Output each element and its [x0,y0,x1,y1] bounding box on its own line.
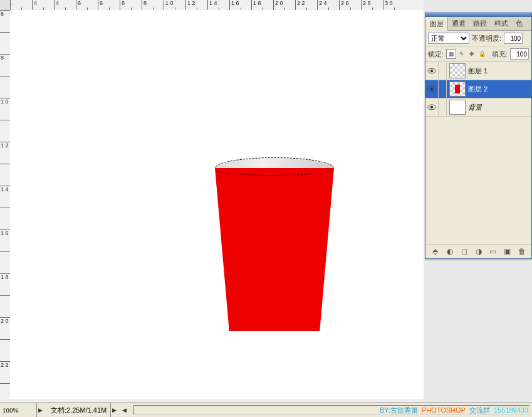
lock-fill-row: 锁定: ▦ ✎ ✥ 🔒 填充: [425,46,531,62]
layer-visibility-icon[interactable] [425,98,439,116]
layer-name-label[interactable]: 图层 1 [468,66,488,76]
cup-body-fill [215,168,334,331]
tab-styles[interactable]: 样式 [491,17,512,30]
ruler-horizontal[interactable]: .4466881 01 21 41 61 82 02 22 42 62 83 0 [10,0,424,11]
svg-point-1 [430,70,433,72]
lock-brush-icon[interactable]: ✎ [457,50,466,58]
ruler-tick: 4 [32,0,54,10]
ruler-tick: 2 2 [295,0,317,10]
ruler-tick: 1 4 [207,0,229,10]
ruler-tick [0,32,10,54]
layer-link-slot[interactable] [439,62,447,80]
tab-color[interactable]: 色 [512,17,526,30]
doc-info[interactable]: 文档: 2.25M/1.41M [47,403,111,417]
ruler-tick: 2 2 [0,361,10,383]
layer-group-icon[interactable]: ▭ [488,247,498,256]
credit-num: 155189433 [494,406,528,414]
cup-rim-selection [215,164,334,176]
panel-footer: ⬘ ◐ ◻ ◑ ▭ ▣ 🗑 [425,244,531,258]
panel-tabs: 图层 通道 路径 样式 色 [425,17,531,31]
lock-transparency-icon[interactable]: ▦ [446,49,456,59]
ruler-tick: 1 2 [185,0,207,10]
fill-label: 填充: [492,50,508,59]
ruler-origin[interactable] [0,0,11,11]
scroll-left-icon[interactable]: ◀ [121,407,131,413]
layer-thumbnail[interactable] [449,100,466,115]
ruler-tick [0,295,10,317]
delete-layer-icon[interactable]: 🗑 [517,247,527,256]
ruler-tick: 1 4 [0,186,10,208]
ruler-tick: 6 [76,0,98,10]
tab-paths[interactable]: 路径 [469,17,491,30]
ruler-tick: 2 0 [0,317,10,339]
tab-layers[interactable]: 图层 [425,17,448,31]
ruler-tick: 2 0 [273,0,295,10]
svg-point-5 [430,106,433,108]
credit-text: BY:古欲香箫 PHOTOSHOP 交流群 155189433 [380,403,528,417]
ruler-tick: 1 2 [0,142,10,164]
blend-mode-select[interactable]: 正常 [428,33,469,44]
status-bar: 100% ▶ 文档: 2.25M/1.41M ▶ ◀ BY:古欲香箫 PHOTO… [0,403,532,417]
layer-name-label[interactable]: 图层 2 [468,85,488,94]
ruler-tick [0,120,10,142]
layer-thumbnail[interactable] [449,63,466,78]
lock-icons: ▦ ✎ ✥ 🔒 [446,49,486,59]
ruler-tick: 2 4 [317,0,339,10]
ruler-tick: 6 [0,10,10,32]
ruler-tick [0,251,10,273]
ruler-tick [0,208,10,230]
layer-mask-icon[interactable]: ◻ [459,247,469,256]
opacity-label: 不透明度: [472,34,501,43]
lock-move-icon[interactable]: ✥ [467,50,476,58]
ruler-tick [0,76,10,98]
ruler-tick: 1 8 [251,0,273,10]
ruler-tick: 3 0 [383,0,405,10]
ruler-tick: 1 8 [0,273,10,295]
layer-thumbnail[interactable] [449,82,466,97]
doc-info-label: 文档: [51,406,66,415]
ruler-tick: 1 0 [0,98,10,120]
blend-opacity-row: 正常 不透明度: [425,31,531,46]
layer-row[interactable]: 图层 2 [425,80,531,98]
layer-name-label[interactable]: 背景 [468,103,482,112]
ruler-tick: 4 [54,0,76,10]
credit-author: BY:古欲香箫 [380,406,418,415]
layer-link-slot[interactable] [439,80,447,98]
new-layer-icon[interactable]: ▣ [503,247,513,256]
layer-visibility-icon[interactable] [425,62,439,80]
layers-panel[interactable]: 图层 通道 路径 样式 色 正常 不透明度: 锁定: ▦ ✎ ✥ 🔒 填充: 图… [425,13,532,259]
canvas-area[interactable] [10,10,424,402]
svg-point-3 [430,88,433,90]
link-layers-icon[interactable]: ⬘ [430,247,441,256]
ruler-tick [0,383,10,405]
ruler-tick: . [10,0,32,10]
tab-channels[interactable]: 通道 [448,17,469,30]
ruler-tick: 8 [0,54,10,76]
canvas[interactable] [10,10,424,399]
layer-link-slot[interactable] [439,98,447,116]
lock-label: 锁定: [428,50,444,59]
ruler-tick: 2 8 [361,0,383,10]
credit-group: 交流群 [469,406,490,415]
layer-list: 图层 1图层 2背景 [425,62,531,244]
layer-effects-icon[interactable]: ◐ [445,247,455,256]
credit-app: PHOTOSHOP [422,406,466,414]
doc-menu-icon[interactable]: ▶ [111,407,121,413]
ruler-tick: 2 6 [339,0,361,10]
ruler-vertical[interactable]: 681 01 21 41 61 82 02 22 42 6 [0,10,11,402]
fill-input[interactable] [510,48,529,60]
ruler-tick: 1 6 [0,230,10,251]
doc-info-value: 2.25M/1.41M [66,406,107,414]
zoom-level[interactable]: 100% [0,403,37,417]
layer-row[interactable]: 背景 [425,98,531,117]
ruler-tick: 1 0 [164,0,185,10]
ruler-tick: 8 [120,0,142,10]
ruler-tick: 1 6 [229,0,251,10]
layer-row[interactable]: 图层 1 [425,62,531,80]
adjustment-layer-icon[interactable]: ◑ [474,247,484,256]
layer-visibility-icon[interactable] [425,80,439,98]
opacity-input[interactable] [504,33,523,44]
lock-all-icon[interactable]: 🔒 [477,50,486,58]
zoom-menu-icon[interactable]: ▶ [37,407,47,413]
ruler-tick [0,339,10,361]
